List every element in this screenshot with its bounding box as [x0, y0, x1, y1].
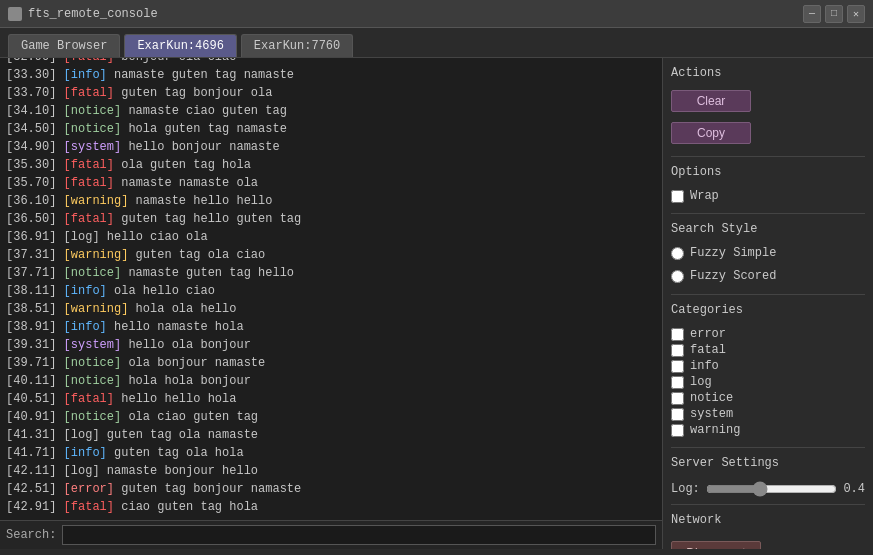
- copy-button[interactable]: Copy: [671, 122, 751, 144]
- table-row: [33.70] [fatal] guten tag bonjour ola: [6, 84, 656, 102]
- table-row: [41.71] [info] guten tag ola hola: [6, 444, 656, 462]
- divider-options: [671, 156, 865, 157]
- category-row-warning: warning: [671, 423, 865, 437]
- tab-Game_Browser[interactable]: Game Browser: [8, 34, 120, 57]
- window-controls: — □ ✕: [803, 5, 865, 23]
- category-label-fatal: fatal: [690, 343, 726, 357]
- fuzzy-scored-radio[interactable]: [671, 270, 684, 283]
- disconnect-button[interactable]: Disconnect: [671, 541, 761, 549]
- table-row: [38.51] [warning] hola ola hello: [6, 300, 656, 318]
- category-label-log: log: [690, 375, 712, 389]
- category-checkbox-notice[interactable]: [671, 392, 684, 405]
- minimize-button[interactable]: —: [803, 5, 821, 23]
- divider-search-style: [671, 213, 865, 214]
- close-button[interactable]: ✕: [847, 5, 865, 23]
- categories-title: Categories: [671, 303, 865, 317]
- network-title: Network: [671, 513, 865, 527]
- category-label-notice: notice: [690, 391, 733, 405]
- category-label-warning: warning: [690, 423, 740, 437]
- categories-list: errorfatalinfolognoticesystemwarning: [671, 327, 865, 439]
- table-row: [35.70] [fatal] namaste namaste ola: [6, 174, 656, 192]
- category-checkbox-log[interactable]: [671, 376, 684, 389]
- table-row: [32.90] [fatal] bonjour ola ciao: [6, 58, 656, 66]
- table-row: [34.90] [system] hello bonjour namaste: [6, 138, 656, 156]
- right-panel: Actions Clear Copy Options Wrap Search S…: [663, 58, 873, 549]
- category-row-error: error: [671, 327, 865, 341]
- table-row: [40.91] [notice] ola ciao guten tag: [6, 408, 656, 426]
- search-bar: Search:: [0, 520, 662, 549]
- table-row: [41.31] [log] guten tag ola namaste: [6, 426, 656, 444]
- category-checkbox-system[interactable]: [671, 408, 684, 421]
- category-checkbox-error[interactable]: [671, 328, 684, 341]
- window-title: fts_remote_console: [28, 7, 158, 21]
- table-row: [40.51] [fatal] hello hello hola: [6, 390, 656, 408]
- table-row: [38.91] [info] hello namaste hola: [6, 318, 656, 336]
- category-row-notice: notice: [671, 391, 865, 405]
- table-row: [37.31] [warning] guten tag ola ciao: [6, 246, 656, 264]
- tab-ExarKun_4696[interactable]: ExarKun:4696: [124, 34, 236, 57]
- divider-categories: [671, 294, 865, 295]
- table-row: [33.30] [info] namaste guten tag namaste: [6, 66, 656, 84]
- log-slider-row: Log: 0.4: [671, 482, 865, 496]
- console-log[interactable]: [32.90] [fatal] bonjour ola ciao[33.30] …: [0, 58, 662, 520]
- tab-bar: Game BrowserExarKun:4696ExarKun:7760: [0, 28, 873, 58]
- search-input[interactable]: [62, 525, 656, 545]
- category-label-error: error: [690, 327, 726, 341]
- options-title: Options: [671, 165, 865, 179]
- fuzzy-simple-row: Fuzzy Simple: [671, 246, 865, 260]
- fuzzy-scored-row: Fuzzy Scored: [671, 269, 865, 283]
- app-icon: [8, 7, 22, 21]
- table-row: [36.10] [warning] namaste hello hello: [6, 192, 656, 210]
- divider-server: [671, 447, 865, 448]
- table-row: [40.11] [notice] hola hola bonjour: [6, 372, 656, 390]
- console-panel: [32.90] [fatal] bonjour ola ciao[33.30] …: [0, 58, 663, 549]
- wrap-label: Wrap: [690, 189, 719, 203]
- divider-network: [671, 504, 865, 505]
- table-row: [36.50] [fatal] guten tag hello guten ta…: [6, 210, 656, 228]
- category-row-system: system: [671, 407, 865, 421]
- table-row: [39.31] [system] hello ola bonjour: [6, 336, 656, 354]
- table-row: [35.30] [fatal] ola guten tag hola: [6, 156, 656, 174]
- title-bar: fts_remote_console — □ ✕: [0, 0, 873, 28]
- table-row: [39.71] [notice] ola bonjour namaste: [6, 354, 656, 372]
- fuzzy-simple-radio[interactable]: [671, 247, 684, 260]
- table-row: [34.10] [notice] namaste ciao guten tag: [6, 102, 656, 120]
- table-row: [36.91] [log] hello ciao ola: [6, 228, 656, 246]
- tab-ExarKun_7760[interactable]: ExarKun:7760: [241, 34, 353, 57]
- category-label-info: info: [690, 359, 719, 373]
- category-row-log: log: [671, 375, 865, 389]
- search-style-title: Search Style: [671, 222, 865, 236]
- category-label-system: system: [690, 407, 733, 421]
- maximize-button[interactable]: □: [825, 5, 843, 23]
- table-row: [42.11] [log] namaste bonjour hello: [6, 462, 656, 480]
- category-row-fatal: fatal: [671, 343, 865, 357]
- log-label: Log:: [671, 482, 700, 496]
- table-row: [34.50] [notice] hola guten tag namaste: [6, 120, 656, 138]
- table-row: [37.71] [notice] namaste guten tag hello: [6, 264, 656, 282]
- category-checkbox-fatal[interactable]: [671, 344, 684, 357]
- table-row: [42.51] [error] guten tag bonjour namast…: [6, 480, 656, 498]
- search-label: Search:: [6, 528, 56, 542]
- fuzzy-simple-label: Fuzzy Simple: [690, 246, 776, 260]
- fuzzy-scored-label: Fuzzy Scored: [690, 269, 776, 283]
- table-row: [42.91] [fatal] ciao guten tag hola: [6, 498, 656, 516]
- actions-title: Actions: [671, 66, 865, 80]
- category-row-info: info: [671, 359, 865, 373]
- title-bar-left: fts_remote_console: [8, 7, 158, 21]
- clear-button[interactable]: Clear: [671, 90, 751, 112]
- category-checkbox-warning[interactable]: [671, 424, 684, 437]
- wrap-row: Wrap: [671, 189, 865, 203]
- log-slider[interactable]: [706, 482, 837, 496]
- log-value: 0.4: [843, 482, 865, 496]
- category-checkbox-info[interactable]: [671, 360, 684, 373]
- server-settings-title: Server Settings: [671, 456, 865, 470]
- wrap-checkbox[interactable]: [671, 190, 684, 203]
- table-row: [38.11] [info] ola hello ciao: [6, 282, 656, 300]
- main-area: [32.90] [fatal] bonjour ola ciao[33.30] …: [0, 58, 873, 549]
